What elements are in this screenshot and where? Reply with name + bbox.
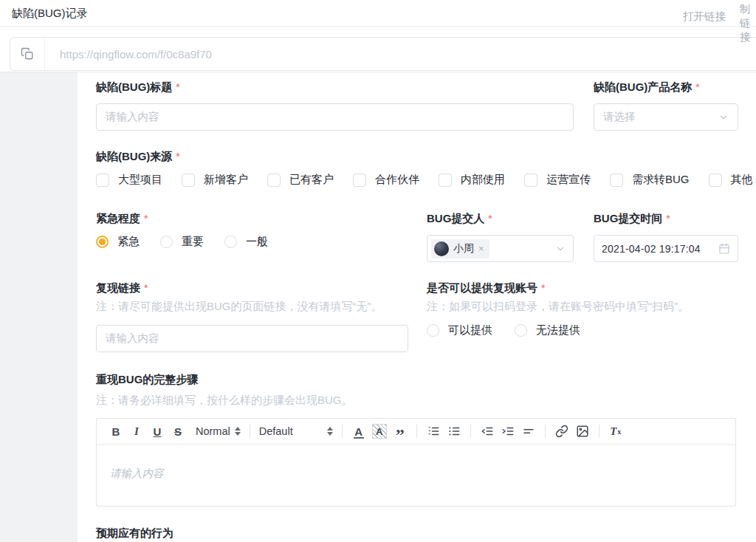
repro-link-note: 注：请尽可能提供出现BUG的页面链接，没有请填写“无”。 xyxy=(96,300,382,314)
bullet-list-icon[interactable] xyxy=(444,422,464,441)
form-share-url[interactable]: https://qingflow.com/f/0c8a9f70 xyxy=(45,38,212,70)
strikethrough-icon[interactable]: S xyxy=(168,422,188,441)
submit-time-input[interactable]: 2021-04-02 19:17:04 xyxy=(594,235,738,262)
repro-link-label: 复现链接* xyxy=(96,281,148,295)
checkbox-option[interactable]: 需求转BUG xyxy=(610,173,690,187)
page-background-gutter xyxy=(0,72,78,542)
submit-time-label: BUG提交时间* xyxy=(594,212,670,226)
repro-steps-label: 重现BUG的完整步骤 xyxy=(96,373,198,387)
checkbox-option[interactable]: 大型项目 xyxy=(96,173,162,187)
radio-option[interactable]: 无法提供 xyxy=(515,323,580,337)
urgency-options: 紧急 重要 一般 xyxy=(96,235,268,249)
bug-source-label: 缺陷(BUG)来源* xyxy=(96,150,180,164)
repro-account-note: 注：如果可以扫码登录，请在账号密码中填写“扫码”。 xyxy=(427,300,689,314)
checkbox-option[interactable]: 其他 xyxy=(709,173,753,187)
open-link-button[interactable]: 打开链接 xyxy=(683,0,726,32)
header-divider xyxy=(0,72,756,72)
required-mark: * xyxy=(144,213,148,224)
urgency-label: 紧急程度* xyxy=(96,212,148,226)
toolbar-divider xyxy=(470,425,471,438)
calendar-icon xyxy=(718,243,730,255)
submit-time-value: 2021-04-02 19:17:04 xyxy=(602,243,701,255)
font-picker[interactable]: Default xyxy=(256,425,336,437)
checkbox-option[interactable]: 合作伙伴 xyxy=(353,173,419,187)
italic-icon[interactable]: I xyxy=(127,422,146,441)
bug-title-placeholder: 请输入内容 xyxy=(106,110,159,124)
bug-title-input[interactable]: 请输入内容 xyxy=(96,103,574,131)
radio-selected-icon xyxy=(96,236,109,248)
checkbox-icon xyxy=(709,174,722,187)
checkbox-icon xyxy=(96,174,109,187)
bug-title-label: 缺陷(BUG)标题* xyxy=(96,80,180,95)
chevron-down-icon xyxy=(718,112,729,123)
radio-option[interactable]: 一般 xyxy=(224,235,268,249)
window-header: 缺陷(BUG)记录 xyxy=(0,0,756,27)
rich-text-editor: B I U S Normal Default A A ” xyxy=(96,418,736,507)
checkbox-option[interactable]: 已有客户 xyxy=(267,173,334,187)
chevron-down-icon xyxy=(555,244,566,254)
ordered-list-icon[interactable] xyxy=(424,422,443,441)
checkbox-option[interactable]: 运营宣传 xyxy=(524,173,591,187)
page-title: 缺陷(BUG)记录 xyxy=(12,0,88,26)
submitter-label: BUG提交人* xyxy=(427,212,492,226)
required-mark: * xyxy=(541,282,545,294)
bold-icon[interactable]: B xyxy=(106,422,126,441)
indent-icon[interactable] xyxy=(498,422,518,441)
checkbox-icon xyxy=(524,174,537,187)
block-format-picker[interactable]: Normal xyxy=(193,425,244,437)
picker-arrows-icon xyxy=(327,427,333,436)
copy-link-button[interactable]: 复制链接 xyxy=(740,0,756,32)
bug-record-form-page: 缺陷(BUG)记录 https://qingflow.com/f/0c8a9f7… xyxy=(0,0,756,542)
repro-account-options: 可以提供 无法提供 xyxy=(427,323,580,337)
radio-option[interactable]: 可以提供 xyxy=(427,323,492,337)
editor-toolbar: B I U S Normal Default A A ” xyxy=(97,419,735,445)
required-mark: * xyxy=(176,81,179,93)
product-name-select[interactable]: 请选择 xyxy=(594,103,738,131)
align-icon[interactable] xyxy=(519,422,538,441)
product-name-label: 缺陷(BUG)产品名称* xyxy=(594,80,700,95)
product-name-placeholder: 请选择 xyxy=(603,110,636,124)
blockquote-icon[interactable]: ” xyxy=(391,422,410,441)
text-color-icon[interactable]: A xyxy=(349,422,368,441)
required-mark: * xyxy=(695,81,699,93)
outdent-icon[interactable] xyxy=(478,422,497,441)
toolbar-divider xyxy=(342,425,343,438)
checkbox-option[interactable]: 内部使用 xyxy=(439,173,505,187)
bug-source-options: 大型项目 新增客户 已有客户 合作伙伴 内部使用 运营宣传 需求转BUG 其他 xyxy=(96,173,753,187)
share-link-bar: https://qingflow.com/f/0c8a9f70 xyxy=(10,37,756,71)
radio-option[interactable]: 重要 xyxy=(160,235,204,249)
avatar xyxy=(434,241,449,256)
clear-format-icon[interactable]: Tx xyxy=(606,422,625,441)
required-mark: * xyxy=(666,213,670,224)
checkbox-icon xyxy=(353,174,366,187)
radio-icon xyxy=(160,236,173,248)
repro-account-label: 是否可以提供复现账号* xyxy=(427,281,545,295)
image-icon[interactable] xyxy=(573,422,592,441)
radio-option-selected[interactable]: 紧急 xyxy=(96,235,140,249)
toolbar-divider xyxy=(599,425,599,438)
link-icon[interactable] xyxy=(552,422,571,441)
editor-content-area[interactable]: 请输入内容 xyxy=(97,445,735,481)
checkbox-icon xyxy=(267,174,281,187)
user-tag-name: 小周 xyxy=(453,242,474,255)
toolbar-divider xyxy=(545,425,546,438)
repro-steps-note: 注：请务必详细填写，按什么样的步骤会出现BUG。 xyxy=(96,394,353,408)
expected-behavior-label: 预期应有的行为 xyxy=(96,526,173,541)
repro-link-input[interactable]: 请输入内容 xyxy=(96,325,408,352)
checkbox-option[interactable]: 新增客户 xyxy=(182,173,248,187)
radio-icon xyxy=(224,236,237,248)
user-tag: 小周 × xyxy=(431,239,489,258)
picker-arrows-icon xyxy=(235,427,241,436)
required-mark: * xyxy=(488,213,492,224)
checkbox-icon xyxy=(182,174,195,187)
submitter-select[interactable]: 小周 × xyxy=(427,235,574,262)
required-mark: * xyxy=(176,151,179,162)
close-icon[interactable]: × xyxy=(478,244,484,253)
checkbox-icon xyxy=(439,174,452,187)
highlight-color-icon[interactable]: A xyxy=(370,422,389,441)
underline-icon[interactable]: U xyxy=(148,422,167,441)
toolbar-divider xyxy=(250,425,250,438)
copy-link-icon[interactable] xyxy=(10,38,45,70)
repro-link-placeholder: 请输入内容 xyxy=(106,332,159,346)
radio-icon xyxy=(427,324,439,337)
